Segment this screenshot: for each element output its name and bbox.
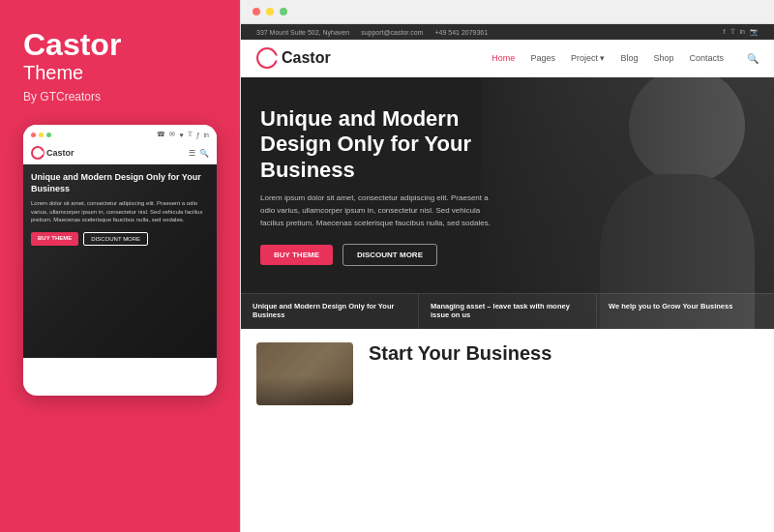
feature-item-2: Managing asset – leave task with money i… [419,294,597,329]
bottom-text: Start Your Business [369,342,759,518]
browser-chrome [241,0,774,24]
mobile-buy-button[interactable]: BUY THEME [31,232,78,246]
mobile-dots [31,133,51,137]
hamburger-icon[interactable]: ☰ [189,149,195,158]
twitter-icon: 𝕋 [188,131,193,138]
search-icon[interactable]: 🔍 [199,149,209,158]
mail-icon: ✉ [169,131,175,138]
browser-mockup: 337 Mount Suite 502, Nyhaven support@cas… [240,0,774,532]
mobile-top-bar: ☎ ✉ ♥ 𝕋 ƒ in [23,125,217,142]
site-logo: Castor [256,47,331,69]
mobile-dot-yellow [39,133,44,137]
location-icon: ♥ [179,132,183,138]
site-topbar: 337 Mount Suite 502, Nyhaven support@cas… [241,24,774,40]
browser-dot-green[interactable] [280,8,287,15]
facebook-icon: ƒ [196,132,200,138]
site-topbar-social: f 𝕋 in 📷 [724,28,759,36]
site-nav-links: Home Pages Project ▾ Blog Shop Contacts … [491,53,759,64]
ig-icon[interactable]: 📷 [750,28,759,36]
email-text: support@castor.com [361,29,423,36]
mobile-logo-text: Castor [46,148,74,158]
feature-title-1: Unique and Modern Design Only for Your B… [253,302,406,319]
site-logo-text: Castor [282,49,331,67]
discount-more-button[interactable]: DISCOUNT MORE [342,244,437,266]
mobile-logo-circle [31,146,45,160]
nav-project[interactable]: Project ▾ [571,53,606,63]
hero-features-strip: Unique and Modern Design Only for Your B… [241,293,774,329]
brand-byline: By GTCreators [23,90,217,103]
brand-theme: Theme [23,62,217,84]
mobile-hero-buttons: BUY THEME DISCOUNT MORE [31,232,209,246]
mobile-topbar-icons: ☎ ✉ ♥ 𝕋 ƒ in [157,131,209,138]
phone-text: +49 541 2079361 [434,29,488,36]
left-panel: Castor Theme By GTCreators ☎ ✉ ♥ 𝕋 ƒ in … [0,0,240,532]
mobile-hero-title: Unique and Modern Design Only for Your B… [31,172,209,194]
feature-title-3: We help you to Grow Your Business [609,302,762,310]
nav-contacts[interactable]: Contacts [689,53,724,63]
mobile-nav: Castor ☰ 🔍 [23,142,217,164]
mobile-hero-text: Lorem dolor sit amet, consectetur adipis… [31,199,209,223]
site-topbar-info: 337 Mount Suite 502, Nyhaven support@cas… [256,29,708,36]
twitter-icon[interactable]: 𝕋 [730,28,735,36]
fb-icon[interactable]: f [724,28,726,36]
mobile-hero-content: Unique and Modern Design Only for Your B… [23,164,217,253]
hero-content: Unique and Modern Design Only for Your B… [241,77,519,329]
mobile-mockup: ☎ ✉ ♥ 𝕋 ƒ in Castor ☰ 🔍 Unique and Moder… [23,125,217,396]
search-icon[interactable]: 🔍 [747,53,759,64]
mobile-hero: Unique and Modern Design Only for Your B… [23,164,217,358]
nav-shop[interactable]: Shop [653,53,673,63]
in-icon[interactable]: in [740,28,745,36]
bottom-heading: Start Your Business [369,342,759,365]
right-panel: 337 Mount Suite 502, Nyhaven support@cas… [240,0,774,532]
website-preview: 337 Mount Suite 502, Nyhaven support@cas… [241,24,774,532]
mobile-dot-red [31,133,36,137]
mobile-nav-right: ☰ 🔍 [189,149,209,158]
mobile-discount-button[interactable]: DISCOUNT MORE [83,232,148,246]
hero-text: Lorem ipsum dolor sit amet, consectetur … [260,192,499,229]
feature-item-3: We help you to Grow Your Business [597,294,774,329]
browser-dot-yellow[interactable] [266,8,274,15]
mobile-dot-green [46,133,51,137]
feature-item-1: Unique and Modern Design Only for Your B… [241,294,419,329]
browser-dot-red[interactable] [253,8,260,15]
bottom-product-image [256,342,353,405]
nav-home[interactable]: Home [491,53,515,63]
site-nav: Castor Home Pages Project ▾ Blog Shop Co… [241,40,774,77]
address-text: 337 Mount Suite 502, Nyhaven [256,29,349,36]
nav-blog[interactable]: Blog [620,53,638,63]
hero-buttons: BUY THEME DISCOUNT MORE [260,244,499,266]
brand-name: Castor [23,29,217,60]
site-hero: Unique and Modern Design Only for Your B… [241,77,774,329]
site-bottom-section: Start Your Business [241,329,774,532]
hero-title: Unique and Modern Design Only for Your B… [260,106,499,183]
phone-icon: ☎ [157,131,165,138]
feature-title-2: Managing asset – leave task with money i… [431,302,584,319]
site-logo-circle [256,47,278,69]
buy-theme-button[interactable]: BUY THEME [260,245,333,265]
nav-pages[interactable]: Pages [530,53,555,63]
linkedin-icon: in [204,132,209,138]
